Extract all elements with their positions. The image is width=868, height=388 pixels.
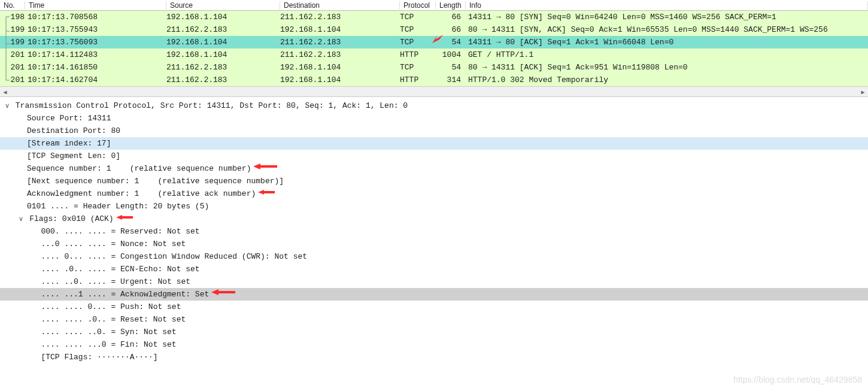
next-seq-line[interactable]: [Next sequence number: 1 (relative seque… — [0, 175, 868, 187]
cell-protocol: TCP — [400, 38, 436, 47]
col-header-source[interactable]: Source — [166, 1, 280, 10]
cell-length: 66 — [436, 13, 466, 22]
flag-bit-line[interactable]: ...0 .... .... = Nonce: Not set — [0, 238, 868, 250]
cell-destination: 192.168.1.104 — [280, 25, 400, 34]
expand-toggle-icon[interactable]: ∨ — [17, 213, 25, 225]
dst-port-line[interactable]: Destination Port: 80 — [0, 125, 868, 137]
annotation-arrow-icon — [253, 162, 278, 171]
cell-no: 1982 — [0, 13, 25, 22]
src-port-line[interactable]: Source Port: 14311 — [0, 112, 868, 125]
cell-length: 66 — [436, 25, 466, 34]
stream-index-line[interactable]: [Stream index: 17] — [0, 137, 868, 150]
cell-source: 192.168.1.104 — [166, 38, 280, 47]
tcp-title: Transmission Control Protocol, Src Port:… — [16, 101, 408, 110]
col-header-time[interactable]: Time — [25, 1, 166, 10]
flag-bit-line[interactable]: .... 0... .... = Congestion Window Reduc… — [0, 250, 868, 263]
packet-list-pane: No. Time Source Destination Protocol Len… — [0, 0, 868, 97]
cell-protocol: TCP — [400, 63, 436, 72]
annotation-arrow-icon — [211, 288, 236, 296]
flag-bit-line[interactable]: .... ..0. .... = Urgent: Not set — [0, 275, 868, 288]
cell-protocol: HTTP — [400, 50, 436, 59]
seg-len-line[interactable]: [TCP Segment Len: 0] — [0, 150, 868, 162]
flag-bit-line[interactable]: .... .... 0... = Push: Not set — [0, 301, 868, 313]
cell-time: 10:17:13.756093 — [25, 38, 166, 47]
cell-source: 211.162.2.183 — [166, 75, 280, 84]
svg-marker-1 — [253, 163, 277, 169]
cell-length: 314 — [436, 75, 466, 84]
cell-protocol: HTTP — [400, 75, 436, 84]
packet-row[interactable]: 201910:17:14.162704211.162.2.183192.168.… — [0, 74, 868, 86]
scroll-right-icon[interactable]: ▶ — [858, 87, 868, 97]
flag-bit-line[interactable]: .... ...1 .... = Acknowledgment: Set — [0, 288, 868, 301]
svg-marker-2 — [258, 190, 275, 195]
cell-destination: 192.168.1.104 — [280, 63, 400, 72]
flag-bit-line[interactable]: 000. .... .... = Reserved: Not set — [0, 225, 868, 238]
cell-time: 10:17:14.161850 — [25, 63, 166, 72]
seq-line[interactable]: Sequence number: 1 (relative sequence nu… — [0, 162, 868, 175]
horizontal-scrollbar[interactable]: ◀ ▶ — [0, 86, 868, 96]
cell-source: 192.168.1.104 — [166, 13, 280, 22]
cell-source: 211.162.2.183 — [166, 25, 280, 34]
cell-protocol: TCP — [400, 25, 436, 34]
col-header-protocol[interactable]: Protocol — [400, 1, 436, 10]
annotation-arrow-icon — [116, 214, 134, 221]
flags-line[interactable]: ∨ Flags: 0x010 (ACK) — [0, 213, 868, 225]
cell-info: HTTP/1.0 302 Moved Temporarily — [466, 75, 868, 84]
packet-row[interactable]: 201810:17:14.161850211.162.2.183192.168.… — [0, 61, 868, 74]
cell-destination: 211.162.2.183 — [280, 38, 400, 47]
flag-bit-line[interactable]: .... .... ...0 = Fin: Not set — [0, 338, 868, 351]
packet-list-header: No. Time Source Destination Protocol Len… — [0, 0, 868, 11]
cell-info: 80 → 14311 [SYN, ACK] Seq=0 Ack=1 Win=65… — [466, 25, 868, 34]
cell-info: 80 → 14311 [ACK] Seq=1 Ack=951 Win=11980… — [466, 63, 868, 72]
cell-protocol: TCP — [400, 13, 436, 22]
hdr-len-line[interactable]: 0101 .... = Header Length: 20 bytes (5) — [0, 200, 868, 213]
cell-info: 14311 → 80 [SYN] Seq=0 Win=64240 Len=0 M… — [466, 13, 868, 22]
cell-no: 1990 — [0, 25, 25, 34]
cell-time: 10:17:14.162704 — [25, 75, 166, 84]
cell-length: 54 — [436, 63, 466, 72]
svg-marker-0 — [432, 35, 443, 43]
cell-length: 1004 — [436, 50, 466, 59]
tcp-flags-summary-line[interactable]: [TCP Flags: ·······A····] — [0, 351, 868, 363]
packet-row[interactable]: 198210:17:13.708568192.168.1.104211.162.… — [0, 11, 868, 23]
flag-bit-line[interactable]: .... .0.. .... = ECN-Echo: Not set — [0, 263, 868, 275]
annotation-arrow-icon — [258, 189, 276, 196]
cell-destination: 192.168.1.104 — [280, 75, 400, 84]
cell-no: 2018 — [0, 63, 25, 72]
col-header-no[interactable]: No. — [0, 1, 25, 10]
packet-row[interactable]: 201710:17:14.112483192.168.1.104211.162.… — [0, 48, 868, 61]
packet-rows: 198210:17:13.708568192.168.1.104211.162.… — [0, 11, 868, 86]
cell-time: 10:17:14.112483 — [25, 50, 166, 59]
cell-destination: 211.162.2.183 — [280, 50, 400, 59]
cell-no: 1991 — [0, 38, 25, 47]
flag-bit-line[interactable]: .... .... .0.. = Reset: Not set — [0, 313, 868, 326]
scroll-left-icon[interactable]: ◀ — [0, 87, 10, 97]
col-header-length[interactable]: Length — [436, 1, 466, 10]
cell-no: 2017 — [0, 50, 25, 59]
cell-time: 10:17:13.755943 — [25, 25, 166, 34]
svg-marker-4 — [211, 289, 235, 295]
cell-time: 10:17:13.708568 — [25, 13, 166, 22]
cell-no: 2019 — [0, 75, 25, 84]
cell-info: 14311 → 80 [ACK] Seq=1 Ack=1 Win=66048 L… — [466, 38, 868, 47]
svg-marker-3 — [116, 215, 133, 220]
cell-destination: 211.162.2.183 — [280, 13, 400, 22]
flag-bit-line[interactable]: .... .... ..0. = Syn: Not set — [0, 326, 868, 338]
tcp-header-line[interactable]: ∨ Transmission Control Protocol, Src Por… — [0, 99, 868, 112]
annotation-arrow-icon — [431, 34, 444, 47]
ack-line[interactable]: Acknowledgment number: 1 (relative ack n… — [0, 187, 868, 200]
cell-info: GET / HTTP/1.1 — [466, 50, 868, 59]
packet-detail-pane: ∨ Transmission Control Protocol, Src Por… — [0, 97, 868, 363]
col-header-destination[interactable]: Destination — [280, 1, 400, 10]
expand-toggle-icon[interactable]: ∨ — [4, 99, 11, 112]
cell-source: 192.168.1.104 — [166, 50, 280, 59]
cell-source: 211.162.2.183 — [166, 63, 280, 72]
col-header-info[interactable]: Info — [466, 1, 868, 10]
